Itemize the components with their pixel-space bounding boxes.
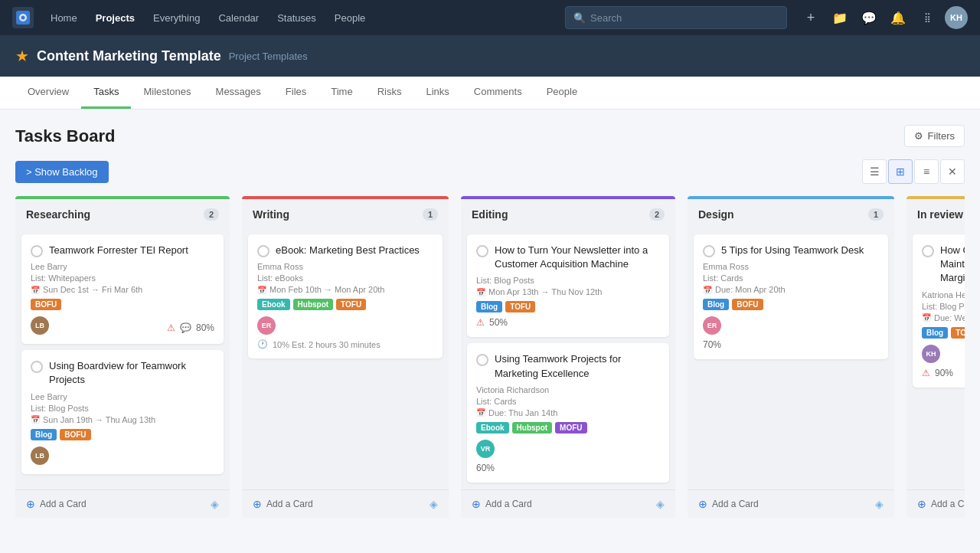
add-card-editing[interactable]: ⊕ Add a Card ◈ [461,489,675,518]
warning-icon: ⚠ [922,368,930,378]
card-checkbox[interactable] [476,354,488,366]
tab-messages[interactable]: Messages [204,77,273,109]
card-date-range: Sun Dec 1st → Fri Mar 6th [43,285,142,294]
card-footer: LB ⚠ 💬 80% [31,316,214,335]
card-avatar: ER [703,316,721,335]
tab-comments[interactable]: Comments [462,77,534,109]
star-icon[interactable]: ★ [15,47,29,65]
card-ebook-marketing[interactable]: eBook: Marketing Best Practices Emma Ros… [248,234,443,358]
user-avatar[interactable]: KH [945,6,968,29]
settings-icon[interactable]: ◈ [211,498,219,510]
add-card-writing[interactable]: ⊕ Add a Card ◈ [242,489,449,518]
search-input[interactable] [590,12,779,24]
search-bar[interactable]: 🔍 [565,6,787,29]
search-icon: 🔍 [573,12,586,24]
card-avatar: VR [476,440,495,458]
tab-links[interactable]: Links [413,77,461,109]
card-assignee: Emma Ross [257,262,433,271]
calendar-icon: 📅 [922,313,931,322]
card-checkbox[interactable] [257,245,270,257]
card-newsletter[interactable]: How to Turn Your Newsletter into a Custo… [467,234,669,337]
settings-icon[interactable]: ◈ [656,498,665,510]
card-avatar: LB [31,316,49,335]
tab-time[interactable]: Time [318,77,364,109]
add-card-label: Add a Card [485,499,532,509]
tag-blog: Blog [31,429,57,440]
nav-statuses[interactable]: Statuses [270,0,324,35]
card-teamwork-projects[interactable]: Using Teamwork Projects for Marketing Ex… [467,343,669,482]
column-header-in-review: In review [906,196,965,228]
calendar-icon: 📅 [31,415,40,424]
top-nav: Home Projects Everything Calendar Status… [0,0,980,35]
filters-icon: ⚙ [914,130,923,142]
page-content: Tasks Board ⚙ Filters > Show Backlog ☰ ⊞… [0,110,980,533]
progress-row: ⚠ 💬 80% [167,322,214,333]
settings-icon[interactable]: ◈ [430,498,438,510]
nav-home[interactable]: Home [43,0,85,35]
card-tei-report[interactable]: Teamwork Forrester TEI Report Lee Barry … [21,234,224,344]
view-controls: ☰ ⊞ ≡ ✕ [862,159,965,184]
tab-tasks[interactable]: Tasks [81,77,131,109]
nav-everything[interactable]: Everything [145,0,207,35]
card-assignee: Victoria Richardson [476,385,660,394]
tag-mofu: MOFU [555,422,586,434]
card-title: Using Boardview for Teamwork Projects [49,359,214,387]
card-tags: Blog TOFU [922,327,965,339]
tab-milestones[interactable]: Milestones [131,77,203,109]
card-checkbox[interactable] [476,245,488,257]
tag-ebook: Ebook [476,422,509,434]
column-count: 2 [204,208,219,221]
card-tips-teamwork[interactable]: 5 Tips for Using Teamwork Desk Emma Ross… [694,234,888,359]
card-boardview[interactable]: Using Boardview for Teamwork Projects Le… [21,350,224,473]
tag-bofu: BOFU [60,429,90,440]
card-title: 5 Tips for Using Teamwork Desk [721,244,864,257]
card-list: List: Cards [703,273,879,283]
compact-view-button[interactable]: ≡ [914,159,939,184]
show-backlog-button[interactable]: > Show Backlog [15,161,109,183]
chat-icon[interactable]: 💬 [858,6,880,29]
card-growing-agencies[interactable]: How Growing Agencies Maintain Healthy Ma… [913,234,965,388]
progress-row: ⚠ 50% [476,317,660,328]
card-checkbox[interactable] [703,245,715,257]
notifications-icon[interactable]: 🔔 [887,6,910,29]
add-card-researching[interactable]: ⊕ Add a Card ◈ [15,489,230,518]
card-tags: Blog TOFU [476,301,660,312]
list-view-button[interactable]: ☰ [862,159,887,184]
tab-files[interactable]: Files [273,77,318,109]
card-date-range: Due: Wed Sep 30th [934,313,965,322]
nav-projects[interactable]: Projects [88,0,142,35]
card-tags: BOFU [31,299,214,310]
add-card-in-review[interactable]: ⊕ Add a Card ◈ [906,489,965,518]
filters-button[interactable]: ⚙ Filters [904,125,965,147]
card-checkbox[interactable] [31,245,43,257]
card-checkbox[interactable] [31,361,43,373]
tab-people[interactable]: People [534,77,590,109]
nav-calendar[interactable]: Calendar [211,0,266,35]
card-list: List: Blog Posts [31,404,214,413]
column-title: Writing [253,208,289,221]
tab-risks[interactable]: Risks [365,77,414,109]
breadcrumb: ★ Content Marketing Template Project Tem… [0,35,980,77]
column-in-review: In review How Growing Agencies Maintain … [906,196,965,518]
add-card-design[interactable]: ⊕ Add a Card ◈ [688,489,894,518]
app-logo[interactable] [12,7,34,28]
settings-icon[interactable]: ◈ [875,498,884,510]
tag-blog: Blog [476,301,502,312]
progress-row: 70% [703,339,879,350]
card-avatar: KH [922,345,940,363]
card-footer: LB [31,447,214,465]
card-title: Teamwork Forrester TEI Report [49,244,188,257]
calendar-icon: 📅 [31,286,40,294]
add-button[interactable]: + [799,6,822,29]
add-card-label: Add a Card [40,499,87,509]
close-view-button[interactable]: ✕ [940,159,965,184]
warning-icon: ⚠ [167,322,175,333]
folder-icon[interactable]: 📁 [828,6,851,29]
board-view-button[interactable]: ⊞ [888,159,913,184]
apps-icon[interactable]: ⣿ [916,6,939,29]
card-checkbox[interactable] [922,245,934,257]
card-title: eBook: Marketing Best Practices [276,244,420,257]
card-list: List: Whitepapers [31,273,214,283]
nav-people[interactable]: People [327,0,373,35]
tab-overview[interactable]: Overview [15,77,81,109]
